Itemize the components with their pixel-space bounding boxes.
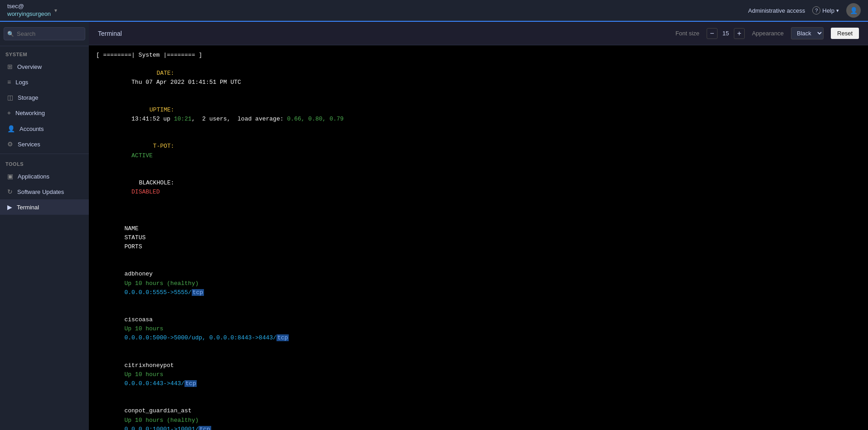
search-icon: 🔍 xyxy=(7,31,14,37)
accounts-icon: 👤 xyxy=(7,125,15,132)
user-info: tsec@ worryingsurgeon xyxy=(7,3,51,18)
terminal-uptime-row: UPTIME: 13:41:52 up 10:21, 2 users, load… xyxy=(96,97,861,133)
sidebar-item-applications[interactable]: ▣ Applications xyxy=(0,169,89,184)
main-content: Terminal Font size − 15 + Appearance Bla… xyxy=(89,22,868,430)
appearance-label: Appearance xyxy=(752,30,784,37)
terminal-col-headers: NAME STATUS PORTS xyxy=(96,215,861,261)
sidebar-item-label-terminal: Terminal xyxy=(17,204,39,211)
sidebar-item-terminal[interactable]: ▶ Terminal xyxy=(0,199,89,215)
sidebar-item-label-applications: Applications xyxy=(18,173,49,180)
list-item: citrixhoneypot Up 10 hours 0.0.0.0:443->… xyxy=(96,352,861,398)
terminal-icon: ▶ xyxy=(7,203,12,211)
sidebar-divider xyxy=(0,154,89,154)
help-button[interactable]: ? Help ▾ xyxy=(812,6,839,14)
topbar: tsec@ worryingsurgeon ▾ Administrative a… xyxy=(0,0,868,22)
sidebar-item-software-updates[interactable]: ↻ Software Updates xyxy=(0,184,89,199)
appearance-select[interactable]: Black White Dark xyxy=(791,27,824,39)
terminal-tpot-row: T-POT: ACTIVE xyxy=(96,133,861,169)
sidebar-item-label-networking: Networking xyxy=(15,110,45,116)
topbar-left: tsec@ worryingsurgeon ▾ xyxy=(7,3,57,18)
terminal-output: [ ========| System |======== ] DATE: Thu… xyxy=(89,45,868,430)
terminal-title: Terminal xyxy=(98,30,122,37)
networking-icon: ⌖ xyxy=(7,109,11,117)
sidebar-item-label-software-updates: Software Updates xyxy=(17,188,64,195)
username: worryingsurgeon xyxy=(7,10,51,18)
search-input[interactable] xyxy=(4,27,85,40)
sidebar-item-label-storage: Storage xyxy=(18,94,39,101)
sidebar-section-system: System xyxy=(0,46,89,59)
sidebar-item-label-services: Services xyxy=(18,141,40,148)
font-decrease-button[interactable]: − xyxy=(707,28,718,39)
terminal-blackhole-row: BLACKHOLE: DISABLED xyxy=(96,169,861,206)
sidebar-item-accounts[interactable]: 👤 Accounts xyxy=(0,121,89,136)
services-icon: ⚙ xyxy=(7,140,13,148)
list-item: adbhoney Up 10 hours (healthy) 0.0.0.0:5… xyxy=(96,261,861,306)
help-chevron-icon: ▾ xyxy=(836,8,839,14)
software-updates-icon: ↻ xyxy=(7,188,13,195)
terminal-date-row: DATE: Thu 07 Apr 2022 01:41:51 PM UTC xyxy=(96,60,861,97)
overview-icon: ⊞ xyxy=(7,63,13,70)
help-icon: ? xyxy=(812,6,820,14)
list-item: ciscoasa Up 10 hours 0.0.0.0:5000->5000/… xyxy=(96,306,861,352)
font-size-value: 15 xyxy=(721,30,730,37)
logs-icon: ≡ xyxy=(7,78,11,86)
topbar-right: Administrative access ? Help ▾ 👤 xyxy=(748,3,861,18)
layout: 🔍 System ⊞ Overview ≡ Logs ◫ Storage ⌖ N… xyxy=(0,22,868,430)
storage-icon: ◫ xyxy=(7,94,13,101)
sidebar-item-label-overview: Overview xyxy=(17,63,42,70)
font-size-label: Font size xyxy=(675,30,699,37)
sidebar-item-networking[interactable]: ⌖ Networking xyxy=(0,105,89,121)
user-email: tsec@ xyxy=(7,3,51,10)
reset-button[interactable]: Reset xyxy=(831,28,859,39)
avatar[interactable]: 👤 xyxy=(846,3,861,18)
applications-icon: ▣ xyxy=(7,173,13,180)
help-label: Help xyxy=(822,7,834,14)
font-size-controls: − 15 + xyxy=(707,28,745,39)
sidebar-item-label-accounts: Accounts xyxy=(19,126,44,132)
terminal-blank1 xyxy=(96,206,861,215)
terminal-controls: Font size − 15 + Appearance Black White … xyxy=(675,27,859,39)
admin-access-label: Administrative access xyxy=(748,7,805,14)
sidebar-item-logs[interactable]: ≡ Logs xyxy=(0,74,89,90)
sidebar-item-storage[interactable]: ◫ Storage xyxy=(0,90,89,105)
font-increase-button[interactable]: + xyxy=(734,28,745,39)
terminal-header: [ ========| System |======== ] xyxy=(96,51,861,60)
user-chevron-icon[interactable]: ▾ xyxy=(54,7,57,14)
terminal-toolbar: Terminal Font size − 15 + Appearance Bla… xyxy=(89,22,868,45)
sidebar-item-label-logs: Logs xyxy=(15,79,28,86)
sidebar-item-overview[interactable]: ⊞ Overview xyxy=(0,59,89,74)
sidebar-item-services[interactable]: ⚙ Services xyxy=(0,136,89,152)
sidebar: 🔍 System ⊞ Overview ≡ Logs ◫ Storage ⌖ N… xyxy=(0,22,89,430)
sidebar-section-tools: Tools xyxy=(0,156,89,169)
list-item: conpot_guardian_ast Up 10 hours (healthy… xyxy=(96,397,861,430)
sidebar-search-area: 🔍 xyxy=(0,22,89,46)
